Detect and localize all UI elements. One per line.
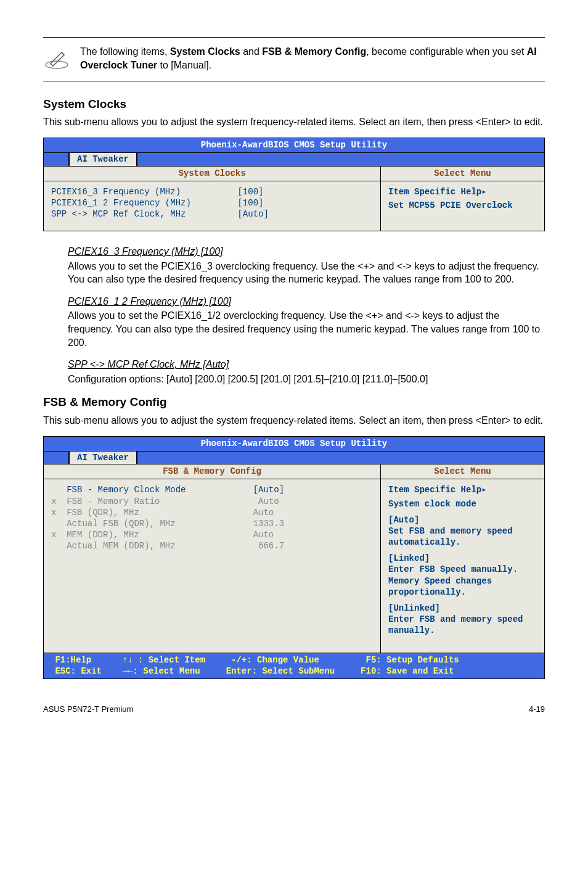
bios-title-2: Phoenix-AwardBIOS CMOS Setup Utility	[44, 437, 544, 452]
b2r4l: Actual FSB (QDR), MHz	[51, 519, 176, 529]
section-intro-1: This sub-menu allows you to adjust the s…	[43, 115, 545, 129]
bios-help-h2: [Auto]	[388, 514, 537, 526]
bios-help-title-1: Item Specific Help▸	[388, 186, 537, 197]
bios-left-header-1: System Clocks	[44, 167, 381, 181]
b1r3l: SPP <-> MCP Ref Clock, MHz	[51, 209, 186, 219]
bios-title-1: Phoenix-AwardBIOS CMOS Setup Utility	[44, 138, 544, 153]
subsection-pciex16-3: PCIEX16_3 Frequency (MHz) [100] Allows y…	[68, 245, 545, 286]
bios-help-h1: System clock mode	[388, 498, 537, 510]
sub-c-body: Configuration options: [Auto] [200.0] [2…	[68, 373, 545, 386]
page-footer: ASUS P5N72-T Premium 4-19	[43, 704, 545, 715]
b1r1v: [100]	[237, 187, 263, 197]
bios-menubar-2: AI Tweaker	[44, 452, 544, 465]
section-intro-2: This sub-menu allows you to adjust the s…	[43, 414, 545, 427]
bios-tab-ai-tweaker: AI Tweaker	[68, 153, 137, 166]
bios-screenshot-1: Phoenix-AwardBIOS CMOS Setup Utility AI …	[43, 138, 545, 231]
section-heading-fsb-memory: FSB & Memory Config	[43, 394, 545, 410]
sub-b-bold: Use the <+> and	[329, 310, 402, 321]
bios-help-pane-2: Item Specific Help▸ System clock mode [A…	[381, 479, 544, 652]
bios-help-title-2: Item Specific Help▸	[388, 484, 537, 495]
b2r6l: Actual MEM (DDR), MHz	[51, 541, 176, 551]
note-post2: to [Manual].	[157, 60, 211, 70]
b2r4v: 1333.3	[248, 519, 284, 529]
b2r5l: x MEM (DDR), MHz	[51, 530, 139, 540]
sub-c-title: SPP <-> MCP Ref Clock, MHz [Auto]	[68, 359, 229, 369]
note-box: The following items, System Clocks and F…	[43, 37, 545, 81]
b1r2l: PCIEX16_1 2 Frequency (MHz)	[51, 198, 191, 208]
bios-help-body-1: Set MCP55 PCIE Overclock	[388, 200, 537, 211]
bios-footer: F1:Help ↑↓ : Select Item -/+: Change Val…	[44, 653, 544, 679]
bios-right-header-1: Select Menu	[381, 167, 544, 181]
b2r3l: x FSB (QDR), MHz	[51, 508, 139, 518]
b2r3v: Auto	[248, 508, 274, 518]
subsection-pciex16-1-2: PCIEX16_1 2 Frequency (MHz) [100] Allows…	[68, 295, 545, 349]
bios-left-pane-2: FSB - Memory Clock Mode [Auto] x FSB - M…	[44, 479, 381, 652]
footer-left: ASUS P5N72-T Premium	[43, 704, 133, 715]
b2r2v: Auto	[253, 497, 279, 506]
subsection-spp-mcp: SPP <-> MCP Ref Clock, MHz [Auto] Config…	[68, 358, 545, 386]
b1r3v: [Auto]	[237, 209, 268, 219]
b2r1v: [Auto]	[253, 485, 284, 495]
bios-help-h5: Enter FSB Speed manually. Memory Speed c…	[388, 564, 537, 598]
sub-b-body: Allows you to set the PCIEX16_1/2 overcl…	[68, 309, 545, 349]
bios-tab-ai-tweaker-2: AI Tweaker	[68, 452, 137, 464]
sub-a-title: PCIEX16_3 Frequency (MHz) [100]	[68, 246, 223, 257]
sub-b-title: PCIEX16_1 2 Frequency (MHz) [100]	[68, 296, 231, 307]
note-mid: and	[240, 46, 263, 57]
b2r2l: x FSB - Memory Ratio	[51, 497, 160, 506]
b2r1l: FSB - Memory Clock Mode	[51, 485, 186, 495]
section-heading-system-clocks: System Clocks	[43, 96, 545, 112]
b1r2v: [100]	[237, 198, 263, 208]
sub-a-body: Allows you to set the PCIEX16_3 overcloc…	[68, 260, 545, 286]
bios-right-header-2: Select Menu	[381, 464, 544, 479]
bios-left-pane-1: PCIEX16_3 Frequency (MHz) [100] PCIEX16_…	[44, 181, 381, 231]
note-text: The following items, System Clocks and F…	[80, 45, 545, 72]
bios-help-h6: [Unlinked]	[388, 603, 537, 614]
note-text-pre: The following items,	[80, 46, 170, 57]
b2r5v: Auto	[248, 530, 274, 540]
bios-help-pane-1: Item Specific Help▸ Set MCP55 PCIE Overc…	[381, 181, 544, 231]
bios-help-h7: Enter FSB and memory speed manually.	[388, 614, 537, 636]
pencil-note-icon	[43, 45, 80, 73]
b1r1l: PCIEX16_3 Frequency (MHz)	[51, 187, 181, 197]
note-post1: , become configurable when you set	[366, 46, 527, 57]
note-bold2: FSB & Memory Config	[262, 46, 366, 57]
bios-menubar-1: AI Tweaker	[44, 153, 544, 167]
bios-left-header-2: FSB & Memory Config	[44, 464, 381, 479]
b2r6v: 666.7	[248, 541, 284, 551]
note-bold1: System Clocks	[170, 46, 240, 57]
footer-right: 4-19	[529, 704, 545, 715]
bios-help-h3: Set FSB and memory speed automatically.	[388, 526, 537, 548]
bios-screenshot-2: Phoenix-AwardBIOS CMOS Setup Utility AI …	[43, 436, 545, 680]
bios-help-h4: [Linked]	[388, 553, 537, 564]
sub-b-pre: Allows you to set the PCIEX16_1/2 overcl…	[68, 310, 329, 321]
